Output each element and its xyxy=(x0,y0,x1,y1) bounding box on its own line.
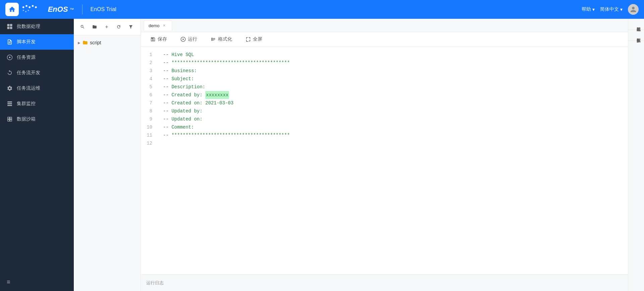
file-tree: ▶ script xyxy=(74,35,141,291)
sidebar-label-task-flow: 任务流开发 xyxy=(17,70,40,76)
run-log: 运行日志 xyxy=(141,274,628,291)
main-layout: 批数据处理 脚本开发 任务资源 xyxy=(0,19,644,291)
cluster-icon xyxy=(7,101,13,107)
file-toolbar xyxy=(74,19,141,35)
fullscreen-icon xyxy=(246,37,251,42)
sidebar-label-script: 脚本开发 xyxy=(17,39,36,45)
task-resource-icon xyxy=(7,54,13,60)
code-content: -- Hive SQL -- *************************… xyxy=(158,51,628,270)
file-panel: ▶ script xyxy=(74,19,141,291)
code-line-2: -- *************************************… xyxy=(163,59,623,67)
svg-point-7 xyxy=(28,10,29,11)
task-ops-icon xyxy=(7,85,13,91)
svg-marker-15 xyxy=(183,38,184,40)
code-line-10: -- Comment: xyxy=(163,123,623,131)
save-icon xyxy=(150,37,156,42)
add-btn[interactable] xyxy=(102,22,111,32)
code-line-5: -- Description: xyxy=(163,83,623,91)
script-icon xyxy=(7,39,13,45)
created-by-highlight: xxxxxxxx xyxy=(205,91,229,99)
folder-btn[interactable] xyxy=(90,22,99,32)
run-log-label: 运行日志 xyxy=(146,280,164,286)
sidebar-item-data-sandbox[interactable]: 数据沙箱 xyxy=(0,111,74,127)
folder-icon xyxy=(83,40,88,45)
home-icon[interactable] xyxy=(5,3,19,16)
user-avatar[interactable] xyxy=(628,4,639,15)
help-dropdown-icon: ▾ xyxy=(592,7,595,12)
svg-point-1 xyxy=(25,5,28,7)
sidebar-item-task-resource[interactable]: 任务资源 xyxy=(0,50,74,65)
code-line-7: -- Created on: 2021-03-03 xyxy=(163,99,623,107)
editor-toolbar: 保存 运行 格式化 xyxy=(141,32,628,47)
editor-area: demo × 保存 运行 xyxy=(141,19,628,291)
svg-rect-11 xyxy=(10,27,12,29)
sidebar-item-batch[interactable]: 批数据处理 xyxy=(0,19,74,34)
sidebar-label-cluster: 集群监控 xyxy=(17,101,36,107)
svg-point-0 xyxy=(22,6,24,8)
fullscreen-button[interactable]: 全屏 xyxy=(241,35,266,44)
file-tree-label-script: script xyxy=(90,40,101,45)
sidebar-label-task-ops: 任务流运维 xyxy=(17,85,40,91)
logo-area: EnOS ™ EnOS Trial xyxy=(5,3,116,16)
sidebar-label-batch: 批数据处理 xyxy=(17,23,40,30)
batch-icon xyxy=(7,23,13,30)
code-line-9: -- Updated on: xyxy=(163,115,623,123)
svg-rect-9 xyxy=(10,24,12,27)
tab-close-btn[interactable]: × xyxy=(162,23,167,28)
header: EnOS ™ EnOS Trial 帮助 ▾ 简体中文 ▾ xyxy=(0,0,644,19)
header-divider xyxy=(82,4,83,14)
svg-point-5 xyxy=(23,10,24,11)
task-flow-icon xyxy=(7,70,13,76)
code-line-6: -- Created by: xxxxxxxx xyxy=(163,91,623,99)
code-line-3: -- Business: xyxy=(163,67,623,75)
header-right: 帮助 ▾ 简体中文 ▾ xyxy=(582,4,639,15)
tab-label: demo xyxy=(149,23,160,28)
svg-rect-10 xyxy=(7,27,10,29)
help-button[interactable]: 帮助 ▾ xyxy=(582,6,595,12)
tree-expand-arrow: ▶ xyxy=(78,41,80,45)
enos-trademark: ™ xyxy=(70,7,74,12)
svg-rect-16 xyxy=(212,38,213,41)
svg-point-4 xyxy=(35,6,37,8)
sidebar: 批数据处理 脚本开发 任务资源 xyxy=(0,19,74,291)
sidebar-label-task-resource: 任务资源 xyxy=(17,54,36,60)
right-panel: 基础配置 参数配置 xyxy=(628,19,644,291)
tab-demo[interactable]: demo × xyxy=(144,20,172,30)
code-editor[interactable]: 1 2 3 4 5 6 7 8 9 10 11 12 -- Hive SQL -… xyxy=(141,47,628,274)
sidebar-collapse-btn[interactable]: ≡ xyxy=(0,273,74,291)
editor-tabs: demo × xyxy=(141,19,628,32)
refresh-btn[interactable] xyxy=(114,22,123,32)
sidebar-item-task-flow[interactable]: 任务流开发 xyxy=(0,65,74,81)
svg-rect-8 xyxy=(7,24,10,27)
code-line-11: -- *************************************… xyxy=(163,131,623,139)
code-line-8: -- Updated by: xyxy=(163,107,623,115)
format-icon xyxy=(211,37,216,42)
sidebar-label-data-sandbox: 数据沙箱 xyxy=(17,116,36,122)
enos-logo-svg xyxy=(21,5,47,14)
code-line-12 xyxy=(163,139,623,147)
format-button[interactable]: 格式化 xyxy=(207,35,236,44)
right-panel-param-config[interactable]: 参数配置 xyxy=(628,30,644,41)
data-sandbox-icon xyxy=(7,116,13,122)
sidebar-item-task-ops[interactable]: 任务流运维 xyxy=(0,81,74,96)
app-title: EnOS Trial xyxy=(91,6,116,12)
svg-point-6 xyxy=(25,11,26,12)
sidebar-item-script[interactable]: 脚本开发 xyxy=(0,34,74,50)
language-button[interactable]: 简体中文 ▾ xyxy=(600,6,623,12)
run-icon xyxy=(180,37,186,42)
svg-point-3 xyxy=(32,5,34,7)
code-line-1: -- Hive SQL xyxy=(163,51,623,59)
sidebar-item-cluster[interactable]: 集群监控 xyxy=(0,96,74,111)
enos-logo: EnOS ™ xyxy=(21,5,74,14)
lang-dropdown-icon: ▾ xyxy=(620,7,623,12)
save-button[interactable]: 保存 xyxy=(146,35,171,44)
enos-text: EnOS xyxy=(48,5,68,14)
run-button[interactable]: 运行 xyxy=(176,35,201,44)
search-btn[interactable] xyxy=(78,22,87,32)
filter-btn[interactable] xyxy=(126,22,136,32)
svg-point-13 xyxy=(9,57,11,58)
file-tree-item-script[interactable]: ▶ script xyxy=(74,38,141,47)
line-numbers: 1 2 3 4 5 6 7 8 9 10 11 12 xyxy=(141,51,158,270)
code-line-4: -- Subject: xyxy=(163,75,623,83)
right-panel-basic-config[interactable]: 基础配置 xyxy=(628,19,644,30)
